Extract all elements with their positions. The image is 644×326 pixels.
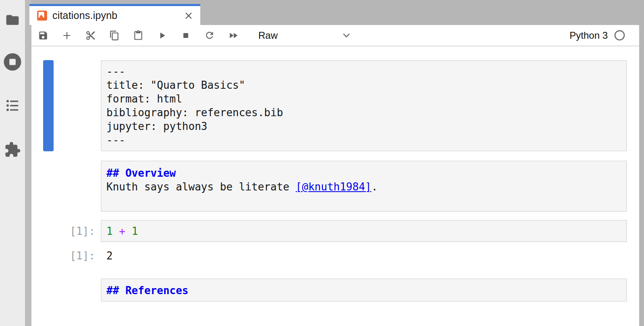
main-panel: citations.ipynb — [31, 0, 639, 326]
stop-icon — [181, 30, 191, 41]
running-sessions-icon[interactable] — [3, 52, 22, 71]
tab-citations-ipynb[interactable]: citations.ipynb — [29, 4, 200, 25]
right-edge-strip — [639, 0, 644, 326]
number-token: 1 — [106, 225, 113, 237]
extensions-icon[interactable] — [4, 141, 21, 158]
output-prompt: [1]: — [31, 249, 95, 263]
interrupt-kernel-button[interactable] — [181, 30, 191, 41]
sidebar-divider[interactable] — [25, 0, 31, 326]
code-line: bibliography: references.bib — [106, 106, 621, 119]
activity-sidebar — [0, 0, 25, 326]
code-line: title: "Quarto Basics" — [106, 78, 621, 92]
execution-count-prompt: [1]: — [31, 224, 95, 238]
dock-tab-bar: citations.ipynb — [31, 0, 639, 25]
paste-cells-button[interactable] — [133, 30, 143, 41]
markdown-cell-references[interactable]: ## References — [101, 278, 627, 302]
code-line: --- — [106, 65, 621, 78]
notebook-panel[interactable]: --- title: "Quarto Basics" format: html … — [31, 46, 639, 326]
save-button[interactable] — [38, 30, 48, 41]
plus-icon — [62, 30, 72, 41]
paste-icon — [133, 30, 143, 41]
markdown-text: Knuth says always be literate — [106, 181, 296, 193]
cell-type-dropdown[interactable]: Raw — [258, 30, 351, 41]
kernel-status-icon[interactable] — [614, 30, 625, 41]
fast-forward-icon — [228, 30, 239, 41]
run-icon — [157, 30, 167, 41]
active-cell-collapser[interactable] — [43, 60, 54, 151]
restart-icon — [204, 30, 215, 41]
operator-token: + — [113, 225, 132, 237]
jupyterlab-window: citations.ipynb — [0, 0, 644, 326]
restart-run-all-button[interactable] — [228, 30, 239, 41]
code-line: --- — [106, 133, 621, 147]
number-token: 1 — [132, 225, 138, 237]
cut-cells-button[interactable] — [85, 30, 96, 41]
cell-type-selected: Raw — [258, 30, 278, 41]
copy-cells-button[interactable] — [109, 30, 120, 41]
markdown-body: Knuth says always be literate [@knuth198… — [106, 180, 621, 194]
tab-title: citations.ipynb — [52, 10, 117, 21]
kernel-indicator: Python 3 — [569, 30, 639, 41]
notebook-file-icon — [37, 10, 48, 21]
code-line: format: html — [106, 92, 621, 106]
markdown-text: . — [371, 181, 378, 193]
tab-close-button[interactable] — [183, 10, 194, 21]
code-cell-input[interactable]: 1 + 1 — [101, 220, 627, 242]
citation-link[interactable]: [@knuth1984] — [296, 181, 372, 193]
save-icon — [38, 30, 48, 41]
kernel-name[interactable]: Python 3 — [569, 30, 608, 41]
close-icon — [184, 11, 193, 21]
run-cell-button[interactable] — [157, 30, 167, 41]
code-line: 1 + 1 — [106, 224, 621, 238]
insert-cell-button[interactable] — [62, 30, 72, 41]
markdown-heading: ## References — [106, 284, 621, 297]
restart-kernel-button[interactable] — [204, 30, 215, 41]
raw-cell-yaml[interactable]: --- title: "Quarto Basics" format: html … — [101, 60, 627, 151]
notebook-toolbar: Raw Python 3 — [31, 25, 639, 46]
scissors-icon — [85, 30, 96, 41]
output-value: 2 — [106, 249, 113, 263]
file-browser-icon[interactable] — [5, 13, 20, 27]
code-line: jupyter: python3 — [106, 119, 621, 133]
chevron-down-icon — [342, 31, 351, 40]
copy-icon — [109, 30, 120, 41]
markdown-cell-overview[interactable]: ## Overview Knuth says always be literat… — [101, 161, 627, 212]
table-of-contents-icon[interactable] — [5, 98, 20, 113]
markdown-heading: ## Overview — [106, 166, 621, 180]
